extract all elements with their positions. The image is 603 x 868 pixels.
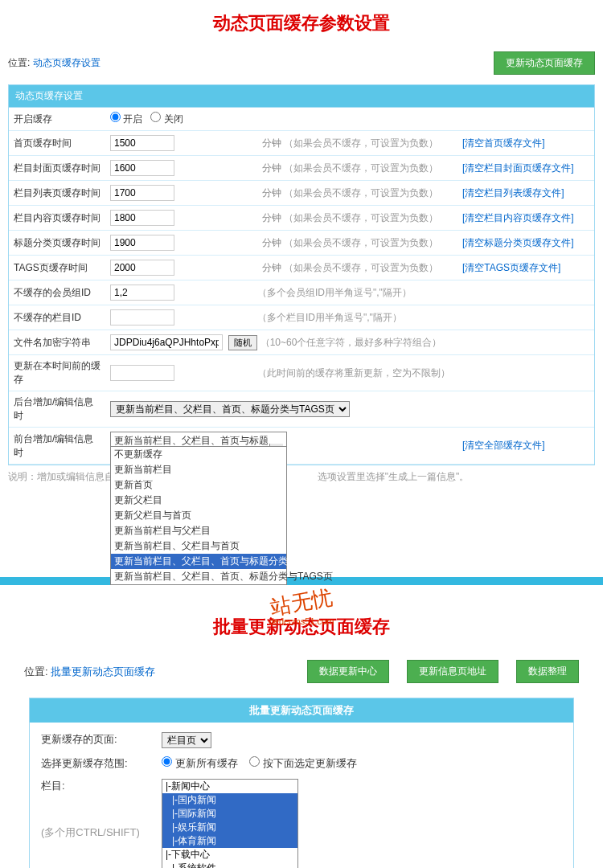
watermark: 站无忧 dedecms51.com <box>0 588 603 626</box>
tree-item[interactable]: |-国际新闻 <box>162 807 297 821</box>
nocache-column-input[interactable] <box>110 309 174 326</box>
random-button[interactable]: 随机 <box>228 335 257 350</box>
dropdown-option[interactable]: 更新当前栏目、父栏目与首页 <box>111 538 286 554</box>
update-cache-button[interactable]: 更新动态页面缓存 <box>494 51 595 75</box>
row-label: TAGS页缓存时间 <box>9 256 105 280</box>
content-cache-time-input[interactable] <box>110 210 174 226</box>
column-hint: (多个用CTRL/SHIFT) <box>41 825 162 840</box>
dropdown-option[interactable]: 更新父栏目 <box>111 493 286 508</box>
clear-title-cat-link[interactable]: [清空标题分类页缓存文件] <box>462 237 574 248</box>
data-cleanup-button[interactable]: 数据整理 <box>516 660 579 683</box>
row-label: 栏目列表页缓存时间 <box>9 181 105 206</box>
breadcrumb: 位置: 动态页缓存设置 <box>8 56 100 70</box>
update-info-url-button[interactable]: 更新信息页地址 <box>407 660 498 683</box>
clear-cover-link[interactable]: [清空栏目封面页缓存文件] <box>462 162 574 174</box>
page-type-select[interactable]: 栏目页 <box>162 732 211 748</box>
row-label: 前台增加/编辑信息时 <box>9 428 105 465</box>
row-label: 栏目内容页缓存时间 <box>9 206 105 231</box>
frontend-update-select[interactable]: 更新当前栏目、父栏目、首页与标题分类 ▼ 不更新缓存更新当前栏目更新首页更新父栏… <box>110 432 287 464</box>
enable-on-radio[interactable]: 开启 <box>110 113 142 125</box>
dropdown-option[interactable]: 更新首页 <box>111 477 286 493</box>
before-time-input[interactable] <box>110 365 174 381</box>
page-title-1: 动态页面缓存参数设置 <box>0 0 603 47</box>
row-label: 首页缓存时间 <box>9 131 105 156</box>
row-label: 栏目封面页缓存时间 <box>9 156 105 181</box>
dropdown-option[interactable]: 更新当前栏目、父栏目、首页与标题分类 <box>111 554 286 569</box>
row-label: 不缓存的会员组ID <box>9 280 105 305</box>
row-label: 不缓存的栏目ID <box>9 305 105 330</box>
dropdown-option[interactable]: 更新当前栏目与父栏目 <box>111 523 286 538</box>
dropdown-option[interactable]: 不更新缓存 <box>111 447 286 462</box>
clear-list-link[interactable]: [清空栏目列表缓存文件] <box>462 187 564 199</box>
column-label: 栏目: <box>41 779 162 793</box>
list-cache-time-input[interactable] <box>110 185 174 201</box>
tree-item[interactable]: |-娱乐新闻 <box>162 821 297 834</box>
row-label: 更新在本时间前的缓存 <box>9 355 105 391</box>
title-cat-cache-time-input[interactable] <box>110 235 174 251</box>
note-text: 说明：增加或编辑信息自动会更 选项设置里选择"生成上一篇信息"。 <box>0 465 603 489</box>
nocache-group-input[interactable] <box>110 285 174 301</box>
panel2-header: 批量更新动态页面缓存 <box>30 698 573 723</box>
cache-settings-panel: 动态页缓存设置 开启缓存 开启 关闭 首页缓存时间 分钟 （如果会员不缓存，可设… <box>8 84 595 465</box>
tree-item[interactable]: |-体育新闻 <box>162 834 297 848</box>
home-cache-time-input[interactable] <box>110 135 174 151</box>
clear-tags-link[interactable]: [清空TAGS页缓存文件] <box>462 262 560 273</box>
tree-item[interactable]: |-系统软件 <box>162 862 297 868</box>
row-label: 文件名加密字符串 <box>9 330 105 355</box>
row-label: 后台增加/编辑信息时 <box>9 391 105 428</box>
backend-update-select[interactable]: 更新当前栏目、父栏目、首页、标题分类与TAGS页 <box>110 401 350 417</box>
panel-header: 动态页缓存设置 <box>9 85 594 108</box>
breadcrumb-link[interactable]: 动态页缓存设置 <box>33 57 100 68</box>
tree-group[interactable]: |-下载中心 <box>162 848 297 862</box>
dropdown-option[interactable]: 更新父栏目与首页 <box>111 508 286 523</box>
range-label: 选择更新缓存范围: <box>41 756 162 771</box>
breadcrumb-2: 位置: 批量更新动态页面缓存 <box>24 665 155 679</box>
range-all-radio[interactable]: 更新所有缓存 <box>162 757 238 769</box>
range-selected-radio[interactable]: 按下面选定更新缓存 <box>249 757 357 769</box>
clear-home-link[interactable]: [清空首页缓存文件] <box>462 137 545 149</box>
tree-item[interactable]: |-国内新闻 <box>162 793 297 807</box>
clear-all-link[interactable]: [清空全部缓存文件] <box>462 440 545 451</box>
tags-cache-time-input[interactable] <box>110 260 174 276</box>
encrypt-key-input[interactable] <box>110 334 223 350</box>
breadcrumb-link-2[interactable]: 批量更新动态页面缓存 <box>51 665 155 678</box>
page-type-label: 更新缓存的页面: <box>41 732 162 747</box>
row-label: 标题分类页缓存时间 <box>9 231 105 256</box>
enable-off-radio[interactable]: 关闭 <box>150 113 183 125</box>
batch-update-panel: 批量更新动态页面缓存 更新缓存的页面: 栏目页 选择更新缓存范围: 更新所有缓存… <box>29 698 574 868</box>
dropdown-option[interactable]: 更新当前栏目 <box>111 462 286 477</box>
column-multiselect[interactable]: |-新闻中心 |-国内新闻 |-国际新闻 |-娱乐新闻 |-体育新闻|-下载中心… <box>162 779 298 868</box>
cover-cache-time-input[interactable] <box>110 160 174 176</box>
breadcrumb-label: 位置: <box>8 57 30 68</box>
tree-group[interactable]: |-新闻中心 <box>162 780 297 793</box>
enable-label: 开启缓存 <box>9 108 105 131</box>
data-update-center-button[interactable]: 数据更新中心 <box>307 660 389 683</box>
dropdown-option[interactable]: 更新当前栏目、父栏目、首页、标题分类与TAGS页 <box>111 569 286 584</box>
clear-content-link[interactable]: [清空栏目内容页缓存文件] <box>462 212 574 223</box>
